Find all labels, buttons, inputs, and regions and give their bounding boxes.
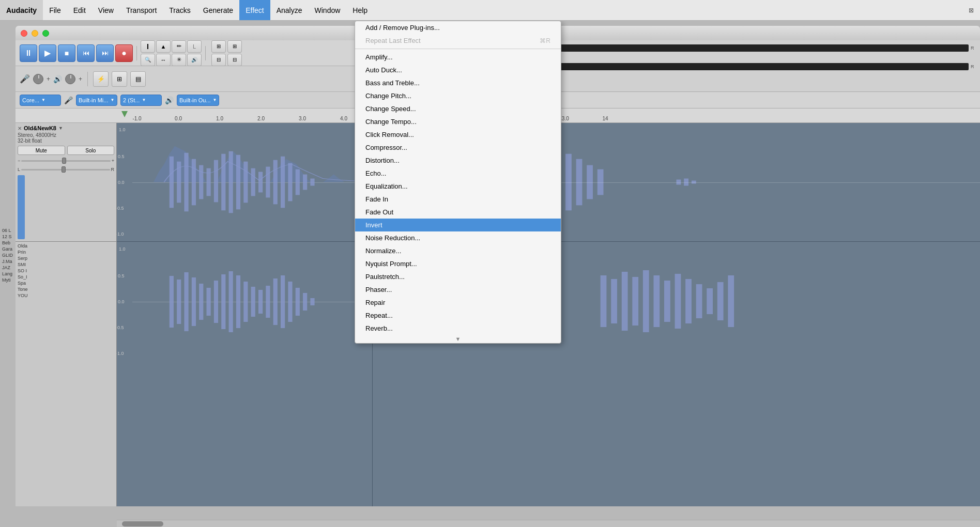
left-item-06l[interactable]: 06 L xyxy=(1,227,26,234)
meter-r-label-2: R xyxy=(971,64,978,69)
track-1-close[interactable]: ✕ xyxy=(18,126,22,131)
left-item-gara[interactable]: Gara xyxy=(1,246,26,252)
sidebar-item-sol[interactable]: So_I xyxy=(18,274,114,280)
menu-phaser[interactable]: Phaser... xyxy=(355,283,561,296)
menubar-help[interactable]: Help xyxy=(346,0,374,20)
menubar-tracks[interactable]: Tracks xyxy=(163,0,196,20)
gain-slider[interactable] xyxy=(21,157,110,164)
left-item-beb[interactable]: Beb xyxy=(1,240,26,246)
output-device-dropdown[interactable]: Built-in Ou... xyxy=(177,95,219,106)
menu-click-removal-label: Click Removal... xyxy=(365,131,414,138)
menu-reverb[interactable]: Reverb... xyxy=(355,322,561,335)
pan-slider[interactable] xyxy=(21,166,110,173)
sidebar-item-so[interactable]: SO I xyxy=(18,268,114,274)
menu-more-bottom[interactable]: ▼ xyxy=(355,335,561,343)
forward-button[interactable]: ⏭ xyxy=(96,44,114,62)
horizontal-scrollbar[interactable] xyxy=(117,520,980,527)
menu-fade-in[interactable]: Fade In xyxy=(355,193,561,206)
input-device-dropdown[interactable]: Built-in Mi... xyxy=(76,95,117,106)
stop-button[interactable]: ■ xyxy=(58,44,75,62)
menu-normalize[interactable]: Normalize... xyxy=(355,244,561,257)
solo-button[interactable]: Solo xyxy=(67,146,115,155)
play-button[interactable]: ▶ xyxy=(39,44,56,62)
menu-bass-treble[interactable]: Bass and Treble... xyxy=(355,76,561,89)
menubar-view[interactable]: View xyxy=(92,0,120,20)
menu-change-speed[interactable]: Change Speed... xyxy=(355,102,561,115)
sidebar-item-serp[interactable]: Serp xyxy=(18,255,114,261)
grid-tool[interactable]: ⊞ xyxy=(112,71,127,87)
mute-button[interactable]: Mute xyxy=(18,146,65,155)
left-item-lang[interactable]: Lang xyxy=(1,271,26,277)
scrollbar-thumb[interactable] xyxy=(122,521,163,526)
menu-compressor[interactable]: Compressor... xyxy=(355,141,561,154)
input-knob[interactable] xyxy=(33,74,43,84)
menubar-edit[interactable]: Edit xyxy=(67,0,92,20)
pause-button[interactable]: ⏸ xyxy=(20,44,37,62)
sidebar-item-smi[interactable]: SMI xyxy=(18,261,114,268)
audio-host-dropdown[interactable]: Core... xyxy=(20,95,61,106)
timeshift-tool[interactable]: ↔ xyxy=(156,54,171,66)
menu-amplify[interactable]: Amplify... xyxy=(355,51,561,64)
menubar-generate[interactable]: Generate xyxy=(197,0,239,20)
close-button[interactable] xyxy=(21,30,27,37)
menu-equalization[interactable]: Equalization... xyxy=(355,180,561,193)
svg-rect-31 xyxy=(207,288,211,316)
menubar-window[interactable]: Window xyxy=(309,0,347,20)
menu-fade-out[interactable]: Fade Out xyxy=(355,206,561,219)
select-tool[interactable]: I xyxy=(141,40,155,53)
left-item-glid[interactable]: GLID xyxy=(1,252,26,258)
menubar-effect[interactable]: Effect xyxy=(239,0,270,20)
svg-rect-32 xyxy=(214,281,218,323)
zoom-tool[interactable]: L xyxy=(187,40,202,53)
menu-paulstretch[interactable]: Paulstretch... xyxy=(355,270,561,283)
output-knob[interactable] xyxy=(65,74,75,84)
sidebar-item-olda[interactable]: Olda xyxy=(18,243,114,249)
menu-repair[interactable]: Repair xyxy=(355,296,561,309)
extra-tool-3[interactable]: ▤ xyxy=(130,71,146,87)
sidebar-item-spa[interactable]: Spa xyxy=(18,280,114,286)
menu-change-tempo[interactable]: Change Tempo... xyxy=(355,115,561,128)
menu-click-removal[interactable]: Click Removal... xyxy=(355,128,561,141)
sidebar-item-tone[interactable]: Tone xyxy=(18,286,114,292)
record-button[interactable]: ● xyxy=(115,44,133,62)
zoom-fit-tool[interactable]: ⊟ xyxy=(211,54,226,66)
fit-tool[interactable]: ⊞ xyxy=(211,40,226,53)
maximize-button[interactable] xyxy=(42,30,49,37)
rewind-button[interactable]: ⏮ xyxy=(77,44,95,62)
sidebar-item-prin[interactable]: Prin xyxy=(18,249,114,255)
zoom-in-tool[interactable]: 🔍 xyxy=(141,54,155,66)
track-1-controls: Mute Solo xyxy=(18,146,114,155)
draw-tool[interactable]: ✏ xyxy=(172,40,186,53)
left-item-12s[interactable]: 12 S xyxy=(1,234,26,240)
channels-dropdown[interactable]: 2 (St... xyxy=(120,95,162,106)
svg-rect-33 xyxy=(221,274,225,329)
menu-repeat[interactable]: Repeat... xyxy=(355,309,561,322)
sidebar-item-you[interactable]: YOU xyxy=(18,292,114,299)
left-item-myti[interactable]: Myti xyxy=(1,277,26,283)
menubar-transport[interactable]: Transport xyxy=(120,0,163,20)
menubar-analyze[interactable]: Analyze xyxy=(270,0,309,20)
menu-normalize-label: Normalize... xyxy=(365,247,401,255)
left-item-jaz[interactable]: JAZ xyxy=(1,265,26,271)
envelope-tool[interactable]: ▲ xyxy=(156,40,171,53)
track-1-dropdown-arrow[interactable]: ▼ xyxy=(58,126,63,131)
left-item-jma[interactable]: J.Ma xyxy=(1,258,26,265)
menu-change-pitch[interactable]: Change Pitch... xyxy=(355,89,561,102)
speaker-tool[interactable]: 🔊 xyxy=(187,54,202,66)
menu-distortion[interactable]: Distortion... xyxy=(355,154,561,167)
svg-rect-11 xyxy=(251,168,255,196)
multi-tool[interactable]: ✳ xyxy=(172,54,186,66)
tool-extra-2[interactable]: ⊟ xyxy=(227,54,242,66)
menubar-app[interactable]: Audacity xyxy=(0,0,43,20)
menu-auto-duck[interactable]: Auto Duck... xyxy=(355,64,561,76)
tool-extra-1[interactable]: ⊞ xyxy=(227,40,242,53)
menu-nyquist-prompt[interactable]: Nyquist Prompt... xyxy=(355,257,561,270)
svg-rect-5 xyxy=(207,168,211,196)
minimize-button[interactable] xyxy=(32,30,38,37)
menu-add-remove-plugins[interactable]: Add / Remove Plug-ins... xyxy=(355,21,561,34)
menubar-file[interactable]: File xyxy=(43,0,67,20)
menu-noise-reduction[interactable]: Noise Reduction... xyxy=(355,231,561,244)
menu-invert[interactable]: Invert xyxy=(355,219,561,231)
menu-echo[interactable]: Echo... xyxy=(355,167,561,180)
snap-tool[interactable]: ⚡ xyxy=(93,71,109,87)
